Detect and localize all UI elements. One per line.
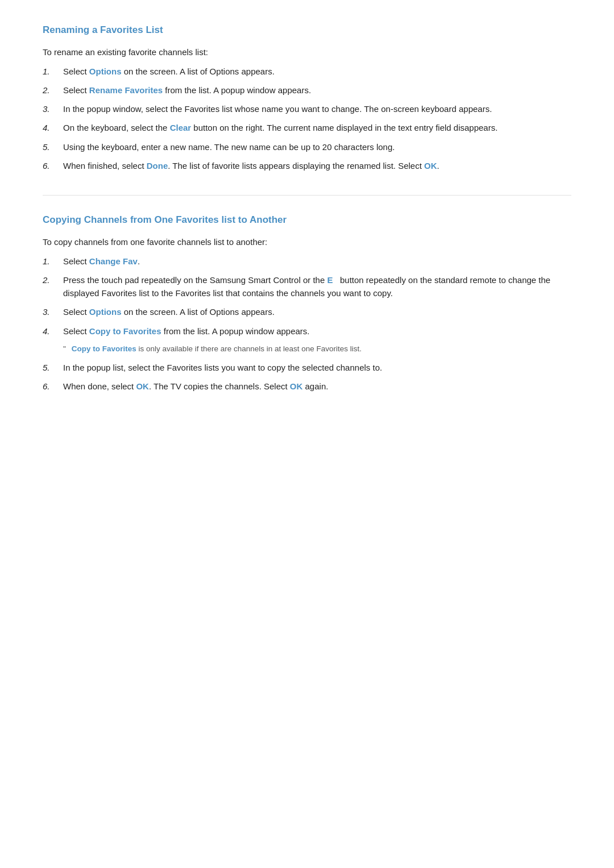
step-number: 1.	[43, 65, 63, 78]
step-1-5: 5. Using the keyboard, enter a new name.…	[43, 140, 571, 153]
section1-intro: To rename an existing favorite channels …	[43, 45, 571, 59]
step-number: 1.	[43, 255, 63, 268]
step-text: When finished, select Done. The list of …	[63, 159, 571, 172]
section2-intro: To copy channels from one favorite chann…	[43, 235, 571, 248]
step-text: In the popup window, select the Favorite…	[63, 102, 571, 115]
step-number: 6.	[43, 159, 63, 172]
step-text: When done, select OK. The TV copies the …	[63, 380, 571, 393]
step-text: Press the touch pad repeatedly on the Sa…	[63, 273, 571, 300]
ok-highlight2: OK	[136, 381, 149, 391]
section2-title: Copying Channels from One Favorites list…	[43, 213, 571, 227]
step-text: Using the keyboard, enter a new name. Th…	[63, 140, 571, 153]
note-text: Copy to Favorites is only available if t…	[72, 343, 362, 355]
step-1-2: 2. Select Rename Favorites from the list…	[43, 84, 571, 97]
step-2-1: 1. Select Change Fav.	[43, 255, 571, 268]
step-text: Select Options on the screen. A list of …	[63, 305, 571, 318]
step-number: 4.	[43, 325, 63, 338]
section-copying: Copying Channels from One Favorites list…	[43, 213, 571, 393]
step-text: On the keyboard, select the Clear button…	[63, 121, 571, 134]
done-highlight: Done	[147, 161, 168, 171]
step-1-3: 3. In the popup window, select the Favor…	[43, 102, 571, 115]
step-2-6: 6. When done, select OK. The TV copies t…	[43, 380, 571, 393]
section1-title: Renaming a Favorites List	[43, 23, 571, 38]
note-item: " Copy to Favorites is only available if…	[43, 343, 571, 355]
e-button-highlight: E	[327, 275, 333, 285]
options-highlight: Options	[89, 67, 122, 76]
step-text: Select Change Fav.	[63, 255, 571, 268]
note-block: " Copy to Favorites is only available if…	[63, 343, 571, 355]
step-number: 5.	[43, 140, 63, 153]
step-number: 4.	[43, 121, 63, 134]
section-divider	[43, 195, 571, 196]
step-text: Select Options on the screen. A list of …	[63, 65, 571, 78]
ok-highlight3: OK	[290, 381, 303, 391]
step-1-1: 1. Select Options on the screen. A list …	[43, 65, 571, 78]
step-2-3: 3. Select Options on the screen. A list …	[43, 305, 571, 318]
step-number: 2.	[43, 273, 63, 286]
step-2-5: 5. In the popup list, select the Favorit…	[43, 361, 571, 374]
step-text: Select Copy to Favorites from the list. …	[63, 325, 571, 338]
copy-to-favorites-note-highlight: Copy to Favorites	[72, 344, 136, 353]
step-text: In the popup list, select the Favorites …	[63, 361, 571, 374]
section-renaming: Renaming a Favorites List To rename an e…	[43, 23, 571, 172]
copy-to-favorites-highlight: Copy to Favorites	[89, 326, 161, 336]
step-number: 6.	[43, 380, 63, 393]
change-fav-highlight: Change Fav	[89, 256, 138, 266]
step-1-6: 6. When finished, select Done. The list …	[43, 159, 571, 172]
options-highlight2: Options	[89, 307, 122, 317]
step-2-2: 2. Press the touch pad repeatedly on the…	[43, 273, 571, 300]
section1-steps: 1. Select Options on the screen. A list …	[43, 65, 571, 173]
clear-highlight: Clear	[170, 123, 192, 132]
step-2-4: 4. Select Copy to Favorites from the lis…	[43, 325, 571, 338]
step-text: Select Rename Favorites from the list. A…	[63, 84, 571, 97]
note-quote-char: "	[63, 343, 66, 355]
step-number: 3.	[43, 102, 63, 115]
ok-highlight: OK	[424, 161, 437, 171]
step-number: 3.	[43, 305, 63, 318]
step-number: 2.	[43, 84, 63, 97]
section2-steps: 1. Select Change Fav. 2. Press the touch…	[43, 255, 571, 393]
rename-favorites-highlight: Rename Favorites	[89, 85, 163, 95]
step-1-4: 4. On the keyboard, select the Clear but…	[43, 121, 571, 134]
step-number: 5.	[43, 361, 63, 374]
